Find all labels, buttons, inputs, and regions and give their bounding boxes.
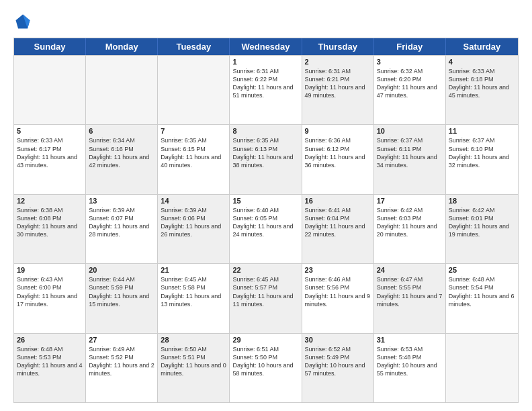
sunset-text: Sunset: 6:16 PM <box>89 145 154 153</box>
day-cell-21: 21Sunrise: 6:45 AMSunset: 5:58 PMDayligh… <box>158 264 230 332</box>
sunrise-text: Sunrise: 6:48 AM <box>17 345 83 353</box>
sunrise-text: Sunrise: 6:51 AM <box>232 345 298 353</box>
sunset-text: Sunset: 6:00 PM <box>17 283 83 291</box>
weekday-header-monday: Monday <box>86 38 158 55</box>
empty-cell <box>14 56 86 124</box>
day-number: 13 <box>89 197 154 205</box>
sunset-text: Sunset: 5:51 PM <box>161 353 226 361</box>
daylight-text: Daylight: 10 hours and 57 minutes. <box>305 361 371 377</box>
day-number: 1 <box>232 58 298 66</box>
sunset-text: Sunset: 6:20 PM <box>377 75 443 83</box>
calendar-row-4: 19Sunrise: 6:43 AMSunset: 6:00 PMDayligh… <box>14 263 518 332</box>
sunrise-text: Sunrise: 6:41 AM <box>305 206 371 214</box>
sunset-text: Sunset: 5:52 PM <box>89 353 154 361</box>
day-number: 29 <box>232 336 298 344</box>
sunset-text: Sunset: 6:11 PM <box>377 145 443 153</box>
calendar-header: SundayMondayTuesdayWednesdayThursdayFrid… <box>14 38 518 55</box>
sunrise-text: Sunrise: 6:36 AM <box>305 136 371 144</box>
sunrise-text: Sunrise: 6:45 AM <box>161 275 226 283</box>
day-cell-8: 8Sunrise: 6:35 AMSunset: 6:13 PMDaylight… <box>230 125 302 193</box>
sunrise-text: Sunrise: 6:35 AM <box>161 136 226 144</box>
sunset-text: Sunset: 5:55 PM <box>377 283 443 291</box>
calendar-row-5: 26Sunrise: 6:48 AMSunset: 5:53 PMDayligh… <box>14 333 518 402</box>
day-cell-13: 13Sunrise: 6:39 AMSunset: 6:07 PMDayligh… <box>86 195 158 263</box>
sunset-text: Sunset: 6:13 PM <box>232 145 298 153</box>
sunrise-text: Sunrise: 6:39 AM <box>161 206 226 214</box>
day-number: 6 <box>89 127 154 135</box>
weekday-header-tuesday: Tuesday <box>158 38 230 55</box>
day-cell-12: 12Sunrise: 6:38 AMSunset: 6:08 PMDayligh… <box>14 195 86 263</box>
sunrise-text: Sunrise: 6:46 AM <box>305 275 371 283</box>
empty-cell <box>158 56 230 124</box>
day-number: 26 <box>17 336 83 344</box>
sunset-text: Sunset: 6:15 PM <box>161 145 226 153</box>
day-cell-2: 2Sunrise: 6:31 AMSunset: 6:21 PMDaylight… <box>302 56 374 124</box>
weekday-header-sunday: Sunday <box>14 38 86 55</box>
day-number: 4 <box>449 58 515 66</box>
weekday-header-wednesday: Wednesday <box>230 38 302 55</box>
sunset-text: Sunset: 5:50 PM <box>232 353 298 361</box>
sunrise-text: Sunrise: 6:33 AM <box>17 136 83 144</box>
sunset-text: Sunset: 6:08 PM <box>17 214 83 222</box>
day-cell-5: 5Sunrise: 6:33 AMSunset: 6:17 PMDaylight… <box>14 125 86 193</box>
sunset-text: Sunset: 6:05 PM <box>232 214 298 222</box>
day-cell-23: 23Sunrise: 6:46 AMSunset: 5:56 PMDayligh… <box>302 264 374 332</box>
calendar: SundayMondayTuesdayWednesdayThursdayFrid… <box>13 38 519 403</box>
day-cell-25: 25Sunrise: 6:48 AMSunset: 5:54 PMDayligh… <box>446 264 518 332</box>
daylight-text: Daylight: 11 hours and 38 minutes. <box>232 153 298 169</box>
day-number: 11 <box>449 127 515 135</box>
sunset-text: Sunset: 6:22 PM <box>232 75 298 83</box>
calendar-row-1: 1Sunrise: 6:31 AMSunset: 6:22 PMDaylight… <box>14 55 518 124</box>
empty-cell <box>446 334 518 402</box>
daylight-text: Daylight: 11 hours and 2 minutes. <box>89 361 154 377</box>
daylight-text: Daylight: 11 hours and 9 minutes. <box>305 292 371 308</box>
daylight-text: Daylight: 11 hours and 32 minutes. <box>449 153 515 169</box>
sunset-text: Sunset: 6:18 PM <box>449 75 515 83</box>
sunrise-text: Sunrise: 6:42 AM <box>449 206 515 214</box>
calendar-row-2: 5Sunrise: 6:33 AMSunset: 6:17 PMDaylight… <box>14 124 518 193</box>
day-number: 30 <box>305 336 371 344</box>
day-number: 7 <box>161 127 226 135</box>
day-number: 18 <box>449 197 515 205</box>
daylight-text: Daylight: 11 hours and 6 minutes. <box>449 292 515 308</box>
day-cell-18: 18Sunrise: 6:42 AMSunset: 6:01 PMDayligh… <box>446 195 518 263</box>
sunrise-text: Sunrise: 6:37 AM <box>377 136 443 144</box>
day-number: 16 <box>305 197 371 205</box>
daylight-text: Daylight: 11 hours and 49 minutes. <box>305 83 371 99</box>
sunset-text: Sunset: 6:04 PM <box>305 214 371 222</box>
daylight-text: Daylight: 11 hours and 0 minutes. <box>161 361 226 377</box>
day-cell-15: 15Sunrise: 6:40 AMSunset: 6:05 PMDayligh… <box>230 195 302 263</box>
sunset-text: Sunset: 5:53 PM <box>17 353 83 361</box>
sunrise-text: Sunrise: 6:53 AM <box>377 345 443 353</box>
sunrise-text: Sunrise: 6:42 AM <box>377 206 443 214</box>
day-cell-3: 3Sunrise: 6:32 AMSunset: 6:20 PMDaylight… <box>374 56 446 124</box>
sunrise-text: Sunrise: 6:38 AM <box>17 206 83 214</box>
sunrise-text: Sunrise: 6:39 AM <box>89 206 154 214</box>
sunset-text: Sunset: 6:07 PM <box>89 214 154 222</box>
sunrise-text: Sunrise: 6:32 AM <box>377 67 443 75</box>
empty-cell <box>86 56 158 124</box>
daylight-text: Daylight: 11 hours and 28 minutes. <box>89 222 154 238</box>
sunset-text: Sunset: 5:54 PM <box>449 283 515 291</box>
day-cell-11: 11Sunrise: 6:37 AMSunset: 6:10 PMDayligh… <box>446 125 518 193</box>
weekday-header-saturday: Saturday <box>446 38 518 55</box>
day-cell-17: 17Sunrise: 6:42 AMSunset: 6:03 PMDayligh… <box>374 195 446 263</box>
day-number: 25 <box>449 266 515 274</box>
day-number: 31 <box>377 336 443 344</box>
sunset-text: Sunset: 6:10 PM <box>449 145 515 153</box>
daylight-text: Daylight: 11 hours and 43 minutes. <box>17 153 83 169</box>
page: SundayMondayTuesdayWednesdayThursdayFrid… <box>0 0 532 411</box>
daylight-text: Daylight: 11 hours and 19 minutes. <box>449 222 515 238</box>
day-number: 20 <box>89 266 154 274</box>
day-number: 5 <box>17 127 83 135</box>
daylight-text: Daylight: 11 hours and 26 minutes. <box>161 222 226 238</box>
daylight-text: Daylight: 11 hours and 20 minutes. <box>377 222 443 238</box>
sunrise-text: Sunrise: 6:34 AM <box>89 136 154 144</box>
sunset-text: Sunset: 6:01 PM <box>449 214 515 222</box>
sunset-text: Sunset: 5:56 PM <box>305 283 371 291</box>
daylight-text: Daylight: 11 hours and 4 minutes. <box>17 361 83 377</box>
day-cell-29: 29Sunrise: 6:51 AMSunset: 5:50 PMDayligh… <box>230 334 302 402</box>
sunset-text: Sunset: 5:48 PM <box>377 353 443 361</box>
daylight-text: Daylight: 11 hours and 17 minutes. <box>17 292 83 308</box>
calendar-body: 1Sunrise: 6:31 AMSunset: 6:22 PMDaylight… <box>14 55 518 402</box>
